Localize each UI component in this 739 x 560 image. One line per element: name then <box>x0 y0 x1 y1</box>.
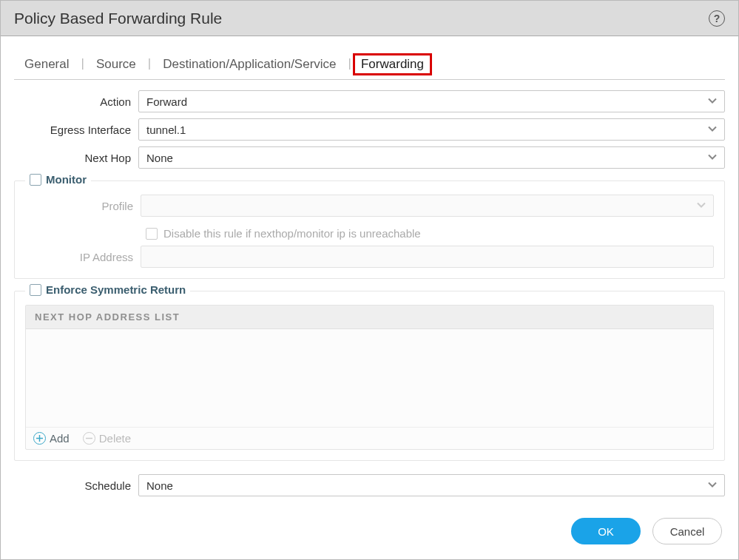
nexthop-address-list-body <box>26 329 713 427</box>
tab-separator: | <box>347 56 353 75</box>
minus-icon <box>83 432 95 445</box>
add-button[interactable]: Add <box>33 432 70 445</box>
nexthop-label: Next Hop <box>14 152 132 164</box>
tab-separator: | <box>146 56 152 75</box>
chevron-down-icon <box>706 479 718 493</box>
egress-label: Egress Interface <box>14 124 132 136</box>
profile-label: Profile <box>25 200 135 212</box>
form-schedule: Schedule None <box>14 474 725 496</box>
egress-interface-select[interactable]: tunnel.1 <box>138 118 725 141</box>
nexthop-select[interactable]: None <box>138 146 725 169</box>
ip-address-input <box>141 246 714 268</box>
nexthop-address-list: NEXT HOP ADDRESS LIST Add Delete <box>25 305 714 450</box>
monitor-legend: Monitor <box>25 173 91 186</box>
dialog-title: Policy Based Forwarding Rule <box>14 10 709 27</box>
chevron-down-icon <box>695 199 707 213</box>
dialog-footer: OK Cancel <box>1 507 738 559</box>
disable-rule-checkbox <box>146 228 158 240</box>
symmetric-checkbox[interactable] <box>30 284 41 296</box>
schedule-label: Schedule <box>14 479 132 492</box>
ok-button[interactable]: OK <box>571 518 641 544</box>
disable-rule-row: Disable this rule if nexthop/monitor ip … <box>146 227 714 240</box>
nexthop-address-toolbar: Add Delete <box>26 427 713 449</box>
plus-icon <box>33 432 46 445</box>
egress-value: tunnel.1 <box>146 124 186 136</box>
tab-general[interactable]: General <box>14 53 79 79</box>
action-value: Forward <box>146 95 187 108</box>
schedule-value: None <box>146 479 173 492</box>
schedule-select[interactable]: None <box>138 474 725 496</box>
title-bar: Policy Based Forwarding Rule ? <box>1 1 738 36</box>
dialog-content: General | Source | Destination/Applicati… <box>1 36 738 507</box>
symmetric-legend: Enforce Symmetric Return <box>25 283 190 296</box>
monitor-checkbox[interactable] <box>30 174 41 186</box>
dialog-window: Policy Based Forwarding Rule ? General |… <box>0 0 739 560</box>
monitor-fieldset: Monitor Profile Disable this rule if nex… <box>14 181 725 279</box>
tab-separator: | <box>79 56 85 75</box>
cancel-button[interactable]: Cancel <box>652 518 722 544</box>
form-top: Action Forward Egress Interface tunnel.1… <box>14 90 725 169</box>
tab-forwarding[interactable]: Forwarding <box>353 53 432 75</box>
symmetric-fieldset: Enforce Symmetric Return NEXT HOP ADDRES… <box>14 291 725 461</box>
monitor-legend-text: Monitor <box>46 173 87 186</box>
help-icon[interactable]: ? <box>709 10 725 27</box>
nexthop-value: None <box>146 152 173 164</box>
chevron-down-icon <box>706 95 718 109</box>
chevron-down-icon <box>706 151 718 165</box>
ip-address-label: IP Address <box>25 251 135 263</box>
add-button-label: Add <box>50 432 70 445</box>
action-select[interactable]: Forward <box>138 90 725 112</box>
delete-button: Delete <box>83 432 131 445</box>
profile-select <box>141 195 714 217</box>
tab-destination-application-service[interactable]: Destination/Application/Service <box>152 53 346 79</box>
disable-rule-label: Disable this rule if nexthop/monitor ip … <box>163 227 421 240</box>
monitor-grid: Profile Disable this rule if nexthop/mon… <box>25 195 714 268</box>
chevron-down-icon <box>706 123 718 137</box>
tab-source[interactable]: Source <box>86 53 146 79</box>
symmetric-legend-text: Enforce Symmetric Return <box>46 283 186 296</box>
nexthop-address-list-header: NEXT HOP ADDRESS LIST <box>26 306 713 329</box>
tab-bar: General | Source | Destination/Applicati… <box>14 53 725 80</box>
action-label: Action <box>14 95 132 108</box>
delete-button-label: Delete <box>99 432 131 445</box>
